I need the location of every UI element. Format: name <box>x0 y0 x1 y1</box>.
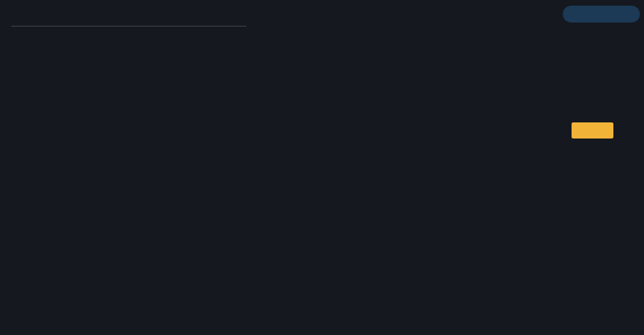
vnindex-intraday-widget <box>0 0 644 335</box>
chart-legend <box>0 317 644 325</box>
charts-canvas[interactable] <box>0 0 644 335</box>
legend-item-hom-nay[interactable] <box>331 317 344 325</box>
y-axis-title <box>16 203 27 275</box>
legend-item-hom-qua[interactable] <box>368 317 381 325</box>
legend-dot-yellow-icon <box>368 317 375 325</box>
legend-dot-blue-icon <box>331 317 338 325</box>
reference-price-tag <box>572 122 613 139</box>
